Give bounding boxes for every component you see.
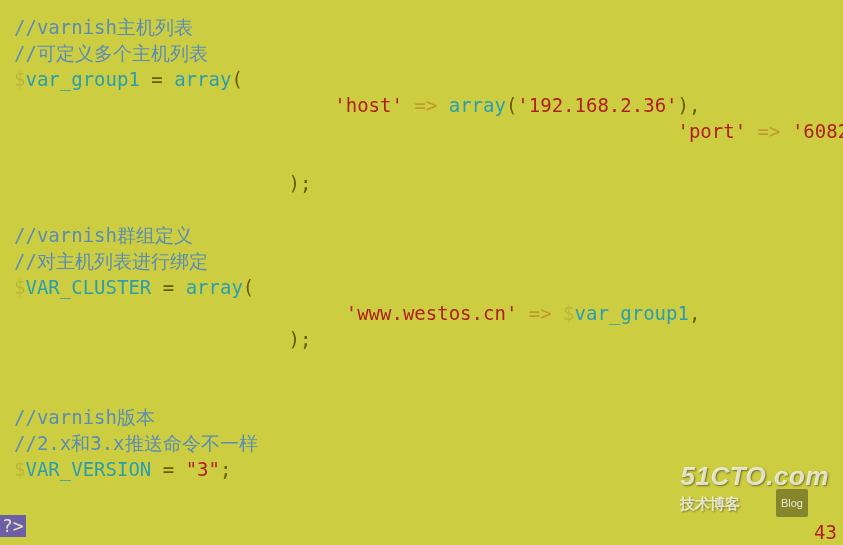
comma: , xyxy=(689,302,700,324)
op-eq: = xyxy=(151,276,185,298)
var-dollar: $ xyxy=(14,458,25,480)
string-lit: '192.168.2.36' xyxy=(517,94,677,116)
arrow: => xyxy=(403,94,449,116)
comment-line: //varnish版本 xyxy=(14,406,155,428)
var-name: var_group1 xyxy=(25,68,139,90)
semicolon: ; xyxy=(300,328,311,350)
comment-line: //对主机列表进行绑定 xyxy=(14,250,208,272)
array-kw: array xyxy=(449,94,506,116)
paren: ) xyxy=(289,328,300,350)
string-lit: "3" xyxy=(186,458,220,480)
watermark-blog-badge: Blog xyxy=(776,489,808,517)
var-dollar: $ xyxy=(563,302,574,324)
var-dollar: $ xyxy=(14,68,25,90)
op-eq: = xyxy=(151,458,185,480)
arrow: => xyxy=(517,302,563,324)
paren: ( xyxy=(231,68,242,90)
array-kw: array xyxy=(174,68,231,90)
op-eq: = xyxy=(140,68,174,90)
arrow: => xyxy=(746,120,792,142)
watermark-sub: 技术博客 xyxy=(680,495,740,512)
line-number: 43 xyxy=(814,519,837,545)
string-lit: '6082' xyxy=(792,120,843,142)
array-kw: array xyxy=(186,276,243,298)
code-block: //varnish主机列表 //可定义多个主机列表 $var_group1 = … xyxy=(0,0,843,482)
watermark: 51CTO.com 技术博客 Blog xyxy=(680,463,829,518)
var-dollar: $ xyxy=(14,276,25,298)
paren: ) xyxy=(289,172,300,194)
semicolon: ; xyxy=(300,172,311,194)
comment-line: //2.x和3.x推送命令不一样 xyxy=(14,432,258,454)
semicolon: ; xyxy=(220,458,231,480)
paren: ( xyxy=(506,94,517,116)
comment-line: //varnish主机列表 xyxy=(14,16,193,38)
string-lit: 'port' xyxy=(677,120,746,142)
paren: ( xyxy=(243,276,254,298)
string-lit: 'host' xyxy=(334,94,403,116)
var-name: var_group1 xyxy=(575,302,689,324)
watermark-main: 51CTO.com xyxy=(680,463,829,489)
var-name: VAR_CLUSTER xyxy=(25,276,151,298)
php-close-tag: ?> xyxy=(0,515,26,537)
paren: ) xyxy=(678,94,689,116)
string-lit: 'www.westos.cn' xyxy=(346,302,518,324)
comment-line: //varnish群组定义 xyxy=(14,224,193,246)
comment-line: //可定义多个主机列表 xyxy=(14,42,208,64)
var-name: VAR_VERSION xyxy=(25,458,151,480)
comma: , xyxy=(689,94,700,116)
